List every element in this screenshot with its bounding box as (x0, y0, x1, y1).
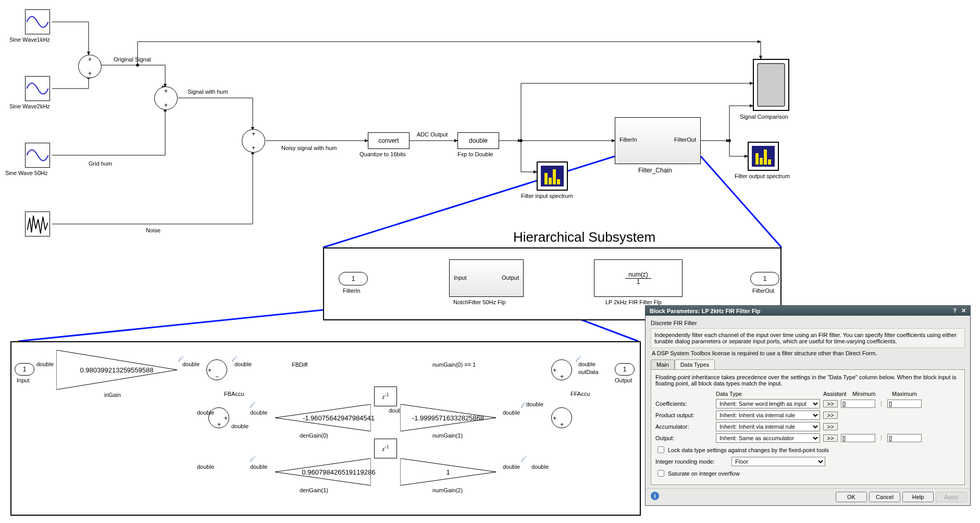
subsystem-filterin-port[interactable]: 1 (339, 272, 368, 285)
fir-filter-block[interactable]: num(z) 1 (594, 259, 683, 297)
numgain0-label: numGain(0) == 1 (432, 362, 476, 368)
filter-chain-subsystem[interactable]: FilterIn FilterOut (615, 117, 701, 164)
signal-log-icon (178, 356, 184, 363)
row-product-output-select[interactable]: Inherit: Inherit via internal rule (716, 410, 820, 420)
ffaccu-sum[interactable]: ++ (551, 407, 572, 428)
adc-output-label: ADC Output (417, 131, 448, 138)
filter-chain-inport-label: FilterIn (619, 136, 637, 143)
sig-double-fbaccu-in: double (197, 409, 214, 416)
dengain1-value: 0.960798426519119286 (275, 458, 387, 485)
filter-input-spectrum-scope[interactable] (537, 161, 568, 191)
notch-output-port[interactable]: 1 (615, 363, 635, 376)
col-assistant: Assistant (823, 391, 849, 397)
signal-comparison-scope[interactable] (753, 59, 789, 111)
col-maximum: Maximum (892, 391, 928, 397)
spinner-icon[interactable]: ⋮ (878, 401, 884, 407)
row-accumulator-select[interactable]: Inherit: Inherit via internal rule (716, 422, 820, 431)
row-coefficients-max[interactable] (887, 400, 922, 408)
numgain1-block[interactable]: -1.99995716332825868 (400, 404, 496, 431)
noise-source-block[interactable] (25, 211, 50, 236)
sum-signal-with-hum[interactable]: ++ (154, 86, 178, 110)
ingain-block[interactable]: 0.980399213259559588 (56, 350, 177, 390)
row-coefficients-label: Coefficients: (655, 401, 713, 407)
info-icon[interactable]: i (651, 492, 659, 500)
signal-log-icon (521, 402, 527, 408)
sum-original-signal[interactable]: ++ (78, 55, 102, 78)
outdata-label: outData (578, 369, 599, 375)
row-coefficients-select[interactable]: Inherit: Same word length as input (716, 399, 820, 408)
sig-double-ng2b: double (531, 464, 549, 470)
filter-chain-outport-label: FilterOut (674, 136, 696, 143)
notch-output-label: Output (615, 377, 632, 383)
numgain2-block[interactable]: 1 (400, 458, 496, 485)
quantize-convert-block[interactable]: convert (368, 132, 410, 149)
tab-data-types[interactable]: Data Types (675, 359, 715, 369)
row-output-select[interactable]: Inherit: Same as accumulator (716, 433, 820, 443)
notch-output-label: Output (502, 275, 519, 281)
sine-wave-2khz-label: Sine Wave2kHz (9, 103, 50, 109)
sig-double-dg1b: double (197, 464, 214, 470)
row-coefficients-assistant[interactable]: >> (823, 400, 838, 407)
hierarchical-subsystem-title: Hierarchical Subsystem (513, 229, 655, 245)
help-button[interactable]: Help (902, 492, 934, 502)
unit-delay-2[interactable]: z-1 (374, 439, 397, 458)
svg-point-1 (520, 140, 523, 142)
numgain2-label: numGain(2) (432, 487, 463, 493)
spinner-icon[interactable]: ⋮ (878, 435, 884, 442)
signal-with-hum-label: Signal with hum (188, 89, 228, 95)
dengain1-block[interactable]: 0.960798426519119286 (275, 458, 371, 485)
dengain0-block[interactable]: -1.96075642947984541 (275, 404, 371, 431)
notch-input-label: Input (17, 377, 29, 383)
subsystem-filterin-label: FilterIn (343, 288, 361, 294)
numgain2-value: 1 (400, 458, 512, 485)
grid-hum-label: Grid hum (89, 160, 112, 167)
sine-wave-1khz-label: Sine Wave1kHz (9, 36, 50, 43)
svg-point-2 (728, 140, 731, 142)
fir-filter-label: LP 2kHz FIR Filter Flp (605, 299, 662, 305)
fxp-to-double-block[interactable]: double (457, 132, 499, 149)
filter-output-spectrum-scope[interactable] (748, 142, 779, 171)
row-output-assistant[interactable]: >> (823, 434, 838, 442)
signal-comparison-label: Signal Comparison (740, 114, 788, 120)
row-output-max[interactable] (887, 434, 922, 442)
notch-filter-subsystem[interactable]: Input Output (449, 259, 524, 297)
subsystem-filterout-port[interactable]: 1 (750, 272, 779, 285)
notch-filter-label: NotchFilter 50Hz Flp (453, 299, 505, 305)
block-parameters-dialog[interactable]: Block Parameters: LP 2kHz FIR Filter Flp… (645, 305, 971, 506)
dialog-close-icon[interactable]: ✕ (961, 307, 966, 314)
row-accumulator-assistant[interactable]: >> (823, 423, 838, 430)
tab-main[interactable]: Main (651, 359, 675, 369)
notch-input-port[interactable]: 1 (15, 363, 34, 376)
notch-output-port-num: 1 (623, 366, 627, 373)
cancel-button[interactable]: Cancel (869, 492, 900, 502)
outdata-sum[interactable]: ++ (551, 359, 572, 380)
dengain0-value: -1.96075642947984541 (275, 404, 387, 431)
ok-button[interactable]: OK (836, 492, 867, 502)
sine-wave-50hz-label: Sine Wave 50Hz (5, 170, 48, 176)
row-output-min[interactable] (841, 434, 875, 442)
fbdiff-sum[interactable]: +− (206, 359, 227, 380)
lock-data-type-checkbox[interactable] (658, 446, 664, 453)
apply-button[interactable]: Apply (936, 492, 967, 502)
notch-input-label: Input (454, 275, 466, 281)
dengain1-label: denGain(1) (300, 487, 328, 493)
row-coefficients-min[interactable] (841, 400, 875, 408)
fxp-to-double-label: Fxp to Double (457, 151, 493, 157)
sig-double-fbaccu-bot: double (231, 423, 249, 429)
sig-double-2: double (182, 361, 200, 367)
signal-log-icon (521, 456, 527, 463)
rounding-mode-select[interactable]: Floor (731, 457, 825, 466)
ingain-label: inGain (104, 392, 121, 398)
sum-noisy-signal[interactable]: ++ (242, 129, 265, 153)
sine-wave-50hz-block[interactable] (25, 143, 50, 168)
unit-delay-1[interactable]: z-1 (374, 387, 397, 406)
sig-double-ng2: double (503, 464, 520, 470)
sine-wave-2khz-block[interactable] (25, 76, 50, 101)
dialog-description-1: Independently filter each channel of the… (651, 328, 965, 348)
row-product-output-assistant[interactable]: >> (823, 412, 838, 419)
sig-double-dg0: double (250, 409, 267, 416)
saturate-checkbox[interactable] (658, 470, 664, 477)
sine-wave-1khz-block[interactable] (25, 9, 50, 34)
filter-output-spectrum-label: Filter output spectrum (735, 173, 790, 179)
dialog-help-icon[interactable]: ? (953, 307, 957, 314)
